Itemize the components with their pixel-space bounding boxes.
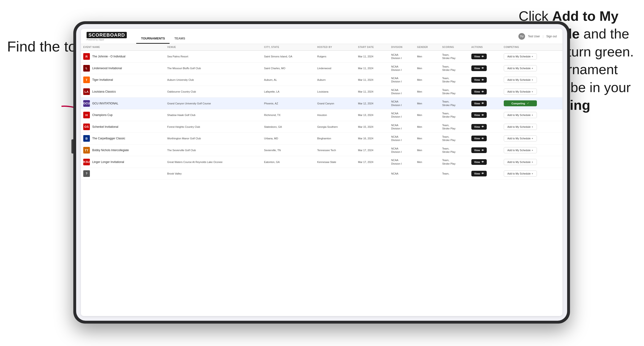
view-button[interactable]: View 👁 [471,101,487,106]
gender-cell: Men [414,74,440,86]
division-cell: NCAADivision I [389,86,415,98]
city-state-cell: Auburn, AL [262,74,315,86]
start-date-cell: Mar 13, 2024 [356,109,389,121]
competing-cell: Add to My Schedule + [502,50,562,62]
plus-icon: + [532,90,533,93]
division-text: NCAADivision I [391,135,402,142]
event-name-text: GCU INVITATIONAL [92,102,118,105]
team-logo: LA [83,88,90,95]
view-button[interactable]: View 👁 [471,89,487,94]
gender-cell: Men [414,133,440,145]
view-button[interactable]: View 👁 [471,136,487,141]
add-to-schedule-button[interactable]: Add to My Schedule + [504,89,537,95]
add-to-schedule-button[interactable]: Add to My Schedule + [504,77,537,83]
team-logo: GCU [83,100,90,107]
view-button[interactable]: View 👁 [471,112,487,118]
competing-cell: Competing ✓ [502,98,562,109]
hosted-by-cell: Georgia Southern [315,121,356,133]
add-to-schedule-button[interactable]: Add to My Schedule + [504,135,537,142]
add-schedule-label: Add to My Schedule [507,125,530,128]
table-body: R The Johnnie - O Individual Sea Palms R… [81,50,562,179]
event-name-text: Tiger Invitational [92,78,113,81]
city-state-cell: Urbana, MD [262,133,315,145]
add-schedule-label: Add to My Schedule [507,67,530,70]
scoring-text: Team,Stroke Play [442,65,456,71]
view-label: View [474,78,480,81]
plus-icon: + [532,67,533,70]
gender-cell: Men [414,50,440,62]
start-date-cell: Mar 11, 2024 [356,50,389,62]
division-text: NCAADivision I [391,124,402,130]
division-cell: NCAADivision I [389,74,415,86]
add-to-schedule-button[interactable]: Add to My Schedule + [504,53,537,59]
add-schedule-label: Add to My Schedule [507,149,530,152]
actions-cell: View 👁 [469,121,502,133]
city-state-cell: Eatonton, GA [262,156,315,168]
team-logo: ? [83,170,90,177]
col-venue: VENUE [165,44,262,50]
actions-cell: View 👁 [469,144,502,156]
add-to-schedule-button[interactable]: Add to My Schedule + [504,112,537,118]
venue-cell: Worthington Manor Golf Club [165,133,262,145]
scoring-cell: Team,Stroke Play [440,86,469,98]
view-button[interactable]: View 👁 [471,124,487,130]
start-date-cell: Mar 11, 2024 [356,74,389,86]
actions-cell: View 👁 [469,98,502,109]
app-header: SCOREBOARD Powered by clippd TOURNAMENTS… [81,29,562,44]
actions-cell: View 👁 [469,62,502,74]
competing-button[interactable]: Competing ✓ [504,100,537,106]
scoring-text: Team,Stroke Play [442,77,456,83]
event-name-text: Louisiana Classics [92,90,116,93]
division-text: NCAADivision I [391,77,402,83]
hosted-by-cell: Auburn [315,74,356,86]
view-button[interactable]: View 👁 [471,77,487,83]
competing-cell: Add to My Schedule + [502,168,562,179]
view-button[interactable]: View 👁 [471,171,487,176]
eye-icon: 👁 [482,102,484,105]
hosted-by-cell: Houston [315,109,356,121]
actions-cell: View 👁 [469,168,502,179]
event-name-cell: T Tiger Invitational [81,74,165,86]
gender-cell: Men [414,86,440,98]
add-to-schedule-button[interactable]: Add to My Schedule + [504,159,537,165]
add-to-schedule-button[interactable]: Add to My Schedule + [504,171,537,177]
view-button[interactable]: View 👁 [471,54,487,59]
view-button[interactable]: View 👁 [471,159,487,165]
scoring-cell: Team,Stroke Play [440,133,469,145]
hosted-by-cell: Kennesaw State [315,156,356,168]
hosted-by-cell: Rutgers [315,50,356,62]
tab-tournaments[interactable]: TOURNAMENTS [136,29,170,44]
scoring-text: Team,Stroke Play [442,159,456,165]
view-label: View [474,172,480,175]
view-button[interactable]: View 👁 [471,65,487,71]
eye-icon: 👁 [482,149,484,152]
division-text: NCAADivision I [391,159,402,165]
event-name-text: The Johnnie - O Individual [92,55,125,58]
view-button[interactable]: View 👁 [471,147,487,153]
tab-teams[interactable]: TEAMS [170,29,190,44]
add-schedule-label: Add to My Schedule [507,137,530,140]
col-gender: GENDER [414,44,440,50]
hosted-by-cell: Binghamton [315,133,356,145]
col-city-state: CITY, STATE [262,44,315,50]
venue-cell: Great Waters Course At Reynolds Lake Oco… [165,156,262,168]
division-cell: NCAA [389,168,415,179]
table-container[interactable]: EVENT NAME VENUE CITY, STATE HOSTED BY S… [81,44,562,316]
division-cell: NCAADivision I [389,133,415,145]
scoring-cell: Team,Stroke Play [440,109,469,121]
sign-out-link[interactable]: Sign out [546,35,557,38]
table-row: GS Schenkel Invitational Forest Heights … [81,121,562,133]
actions-cell: View 👁 [469,86,502,98]
division-text: NCAADivision I [391,100,402,106]
scoring-cell: Team,Stroke Play [440,62,469,74]
add-to-schedule-button[interactable]: Add to My Schedule + [504,124,537,130]
add-to-schedule-button[interactable]: Add to My Schedule + [504,65,537,71]
add-to-schedule-button[interactable]: Add to My Schedule + [504,147,537,153]
add-schedule-label: Add to My Schedule [507,78,530,81]
hosted-by-cell: Louisiana [315,86,356,98]
gender-cell: Men [414,62,440,74]
division-cell: NCAADivision I [389,62,415,74]
gender-cell: Men [414,156,440,168]
competing-cell: Add to My Schedule + [502,156,562,168]
actions-cell: View 👁 [469,109,502,121]
